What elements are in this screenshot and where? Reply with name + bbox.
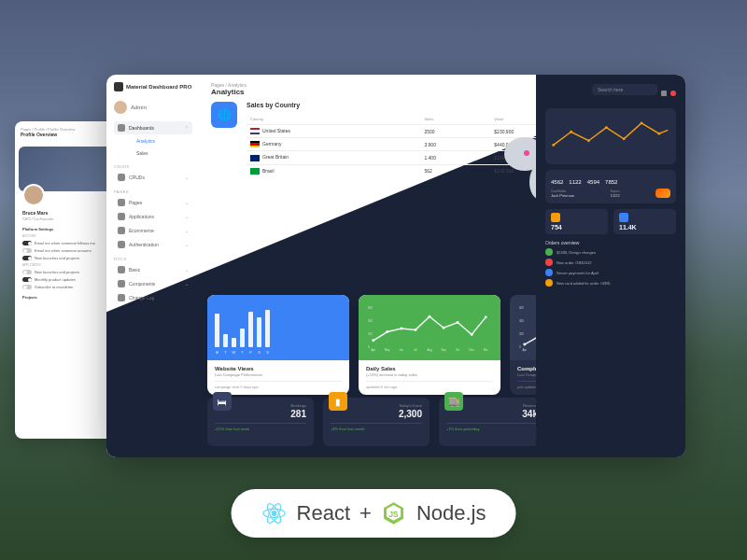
sidebar: Material Dashboard PRO Admin Dashboards⌃… xyxy=(106,75,200,317)
page-title: Profile Overview xyxy=(21,132,75,137)
svg-point-32 xyxy=(523,343,526,346)
sidebar-item-pages[interactable]: Pages⌄ xyxy=(114,196,192,209)
list-item[interactable]: $2400, Design changes xyxy=(545,248,676,256)
sidebar-item-authentication[interactable]: Authentication⌄ xyxy=(114,238,192,251)
search-input[interactable]: Search here xyxy=(592,84,657,95)
toggle[interactable] xyxy=(22,241,32,245)
tile-icon xyxy=(619,213,628,222)
svg-text:Dec: Dec xyxy=(484,348,489,352)
svg-point-11 xyxy=(386,330,388,333)
sidebar-item-sales[interactable]: Sales xyxy=(114,147,192,159)
svg-text:Nov: Nov xyxy=(470,348,475,352)
stat-bookings[interactable]: 🛏Bookings281+55% than last week xyxy=(207,398,314,446)
stat-revenue[interactable]: 🏬Revenue34k+1% than yesterday xyxy=(439,398,545,446)
list-item[interactable]: Server payments for April xyxy=(545,269,676,276)
flag-de-icon xyxy=(250,141,260,147)
list-item[interactable]: New card added for order #4395 xyxy=(545,279,676,287)
daily-sales-card[interactable]: AprMayJunJulAugSepOctNovDec0200400600 Da… xyxy=(359,295,500,395)
chevron-down-icon: ⌄ xyxy=(185,228,189,233)
stat-users[interactable]: ▮Today's Users2,300+3% than last month xyxy=(323,398,430,446)
svg-text:Apr: Apr xyxy=(372,348,376,352)
dashboard-icon xyxy=(118,124,125,132)
toggle[interactable] xyxy=(22,270,32,274)
bell-icon[interactable] xyxy=(670,91,676,96)
chevron-up-icon: ⌃ xyxy=(185,125,189,131)
credit-card[interactable]: 4562112245947852 Card HolderJack Peterso… xyxy=(545,170,676,203)
svg-text:Apr: Apr xyxy=(523,348,528,352)
avatar[interactable] xyxy=(22,184,45,206)
react-icon xyxy=(261,500,288,526)
pages-icon xyxy=(118,199,125,206)
svg-text:May: May xyxy=(385,348,390,352)
svg-point-13 xyxy=(414,329,416,331)
sidebar-user[interactable]: Admin xyxy=(114,101,192,114)
mastercard-icon xyxy=(655,189,670,198)
svg-point-55 xyxy=(570,131,572,133)
toggle[interactable] xyxy=(22,277,32,282)
svg-point-54 xyxy=(552,144,555,147)
svg-text:400: 400 xyxy=(519,319,524,323)
dot-icon xyxy=(545,259,553,266)
logo[interactable]: Material Dashboard PRO xyxy=(114,82,192,91)
components-icon xyxy=(118,280,125,287)
image-icon xyxy=(118,174,125,181)
apps-icon xyxy=(118,213,125,220)
flag-br-icon xyxy=(250,168,260,175)
page-title: Analytics xyxy=(211,88,247,96)
dark-dashboard-panel: Search here 4562112245947852 Card Holder… xyxy=(536,75,685,457)
orders-heading: Orders overview xyxy=(545,240,676,245)
chevron-down-icon: ⌄ xyxy=(185,242,189,247)
store-icon: 🏬 xyxy=(444,392,463,411)
toggle[interactable] xyxy=(22,256,32,260)
svg-point-60 xyxy=(657,133,660,135)
sidebar-item-applications[interactable]: Applications⌄ xyxy=(114,210,192,223)
svg-text:0: 0 xyxy=(368,345,370,349)
user-role: CEO / Co-Founder xyxy=(22,217,120,221)
svg-text:200: 200 xyxy=(368,332,373,336)
svg-text:400: 400 xyxy=(368,319,373,323)
svg-text:Jun: Jun xyxy=(400,348,404,352)
mini-line-chart[interactable] xyxy=(545,108,676,164)
bed-icon: 🛏 xyxy=(213,392,232,411)
logo-icon xyxy=(114,82,123,91)
svg-text:Oct: Oct xyxy=(456,348,460,352)
svg-point-61 xyxy=(272,511,276,516)
svg-point-10 xyxy=(372,339,374,342)
sidebar-item-cruds[interactable]: CRUDs⌄ xyxy=(114,171,192,184)
sidebar-item-dashboards[interactable]: Dashboards⌃ xyxy=(114,121,192,134)
svg-text:Aug: Aug xyxy=(427,348,432,352)
avatar xyxy=(114,101,127,114)
svg-text:600: 600 xyxy=(519,306,524,310)
sidebar-item-components[interactable]: Components⌄ xyxy=(114,277,192,290)
chevron-down-icon: ⌄ xyxy=(185,200,189,205)
list-item[interactable]: New order #1832412 xyxy=(545,259,676,266)
svg-point-6 xyxy=(524,150,529,156)
tech-badge: React + JS Node.js xyxy=(232,489,516,538)
gear-icon[interactable] xyxy=(661,91,667,96)
svg-point-18 xyxy=(485,315,487,318)
stat-tile[interactable]: 754 xyxy=(545,209,608,234)
sidebar-item-ecommerce[interactable]: Ecommerce⌄ xyxy=(114,224,192,237)
svg-text:JS: JS xyxy=(389,511,400,519)
toggle[interactable] xyxy=(22,248,32,253)
doc-icon xyxy=(118,266,125,273)
svg-text:600: 600 xyxy=(368,306,373,310)
svg-text:Sep: Sep xyxy=(441,348,446,352)
svg-point-57 xyxy=(605,126,608,129)
sidebar-item-changelog[interactable]: Change Log xyxy=(114,291,192,304)
website-views-card[interactable]: MTWTFSS Website ViewsLast Campaign Perfo… xyxy=(207,295,349,395)
chevron-down-icon: ⌄ xyxy=(185,281,189,287)
chevron-down-icon: ⌄ xyxy=(185,267,189,273)
toggle[interactable] xyxy=(22,285,32,289)
sidebar-item-basic[interactable]: Basic⌄ xyxy=(114,263,192,276)
svg-point-16 xyxy=(457,321,459,324)
chart-icon: ▮ xyxy=(329,392,347,411)
sidebar-item-analytics[interactable]: Analytics xyxy=(114,135,192,147)
analytics-dashboard: Material Dashboard PRO Admin Dashboards⌃… xyxy=(106,75,685,457)
svg-text:Jul: Jul xyxy=(414,348,417,352)
svg-point-59 xyxy=(641,121,643,124)
stat-tile[interactable]: 11.4K xyxy=(613,209,676,234)
cart-icon xyxy=(118,227,125,234)
globe-icon: 🌐 xyxy=(211,102,237,128)
user-name: Bruce Mars xyxy=(22,210,120,216)
